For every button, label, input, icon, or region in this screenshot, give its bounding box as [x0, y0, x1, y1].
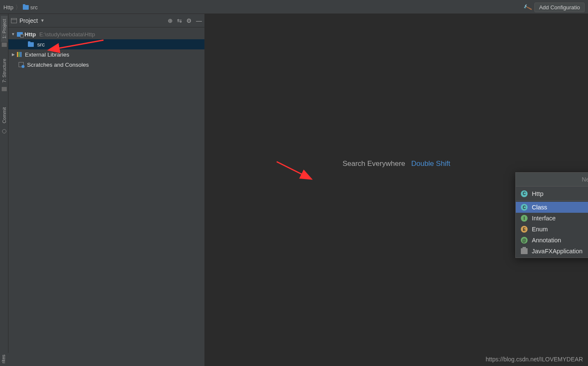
popup-item-javafxapplication[interactable]: JavaFXApplication: [516, 246, 588, 257]
tree-src-node[interactable]: src: [8, 39, 204, 49]
watermark: https://blog.csdn.net/ILOVEMYDEAR: [486, 356, 583, 363]
popup-item-label: Annotation: [532, 237, 561, 244]
popup-item-enum[interactable]: EEnum: [516, 224, 588, 235]
folder-icon: [28, 42, 34, 47]
gear-icon[interactable]: ⚙: [186, 17, 192, 24]
breadcrumb-separator: 〉: [15, 4, 21, 11]
enum-icon: E: [521, 226, 528, 233]
breadcrumb-child-label: src: [30, 4, 38, 11]
expand-icon[interactable]: ⇆: [177, 17, 182, 24]
tab-project[interactable]: 1: Project: [1, 16, 8, 42]
popup-item-label: Interface: [532, 215, 555, 222]
popup-item-label: Class: [532, 204, 547, 211]
popup-title: New Java Class: [516, 173, 588, 187]
popup-item-interface[interactable]: IInterface: [516, 213, 588, 224]
locate-icon[interactable]: ⊕: [168, 17, 173, 24]
hide-icon[interactable]: —: [196, 17, 202, 24]
popup-item-annotation[interactable]: @Annotation: [516, 235, 588, 246]
tree-scratches-label: Scratches and Consoles: [27, 62, 89, 68]
breadcrumb-root-label: Http: [3, 4, 14, 11]
module-icon: [17, 32, 23, 37]
popup-type-list: CClassIInterfaceEEnum@AnnotationJavaFXAp…: [516, 201, 588, 258]
project-panel-header: Project ▼ ⊕ ⇆ ⚙ —: [8, 14, 204, 27]
project-view-icon: [11, 18, 17, 23]
add-configuration-button[interactable]: Add Configuratio: [534, 3, 585, 12]
commit-tab-icon: [2, 129, 6, 133]
structure-tab-icon: [2, 87, 7, 91]
popup-item-label: Enum: [532, 226, 548, 233]
folder-icon: [23, 5, 29, 10]
tree-root-label: Http: [24, 31, 36, 38]
popup-item-label: JavaFXApplication: [532, 248, 583, 255]
breadcrumb-child[interactable]: src: [23, 4, 38, 11]
tree-src-label: src: [37, 41, 45, 48]
breadcrumb-bar: Http 〉 src 🔨 Add Configuratio: [0, 1, 588, 14]
breadcrumb-root[interactable]: Http: [3, 4, 14, 11]
tree-root-node[interactable]: ▼ Http E:\study\webdata\Http: [8, 29, 204, 39]
javafxapplication-icon: [521, 248, 528, 254]
chevron-down-icon[interactable]: ▼: [41, 18, 45, 23]
tree-external-libraries[interactable]: ▶ External Libraries: [8, 49, 204, 60]
chevron-right-icon: ▶: [11, 52, 15, 57]
search-hint-key: Double Shift: [411, 160, 450, 168]
popup-item-class[interactable]: CClass: [516, 202, 588, 213]
search-everywhere-hint: Search Everywhere Double Shift: [343, 160, 450, 168]
project-panel: Project ▼ ⊕ ⇆ ⚙ — ▼ Http E:\study\webdat…: [8, 14, 205, 366]
build-icon[interactable]: 🔨: [523, 3, 533, 12]
tree-extlibs-label: External Libraries: [25, 52, 69, 58]
class-name-input[interactable]: [532, 190, 588, 197]
editor-area: Search Everywhere Double Shift New Java …: [205, 14, 588, 366]
left-tool-strip: 1: Project 7: Structure Commit: [0, 14, 8, 366]
search-hint-label: Search Everywhere: [343, 160, 405, 168]
tab-commit[interactable]: Commit: [1, 104, 8, 127]
project-tree: ▼ Http E:\study\webdata\Http src ▶ Exter…: [8, 27, 204, 71]
scratches-icon: [19, 62, 24, 67]
interface-icon: I: [521, 215, 528, 222]
tree-scratches[interactable]: Scratches and Consoles: [8, 60, 204, 70]
left-strip-bottom: rites: [0, 353, 8, 366]
class-icon: C: [521, 204, 528, 211]
tab-structure[interactable]: 7: Structure: [1, 55, 8, 86]
project-tab-icon: [2, 43, 7, 47]
project-panel-title: Project: [19, 17, 38, 24]
annotation-icon: @: [521, 237, 528, 244]
popup-input-row: C: [516, 187, 588, 201]
new-java-class-popup: New Java Class C CClassIInterfaceEEnum@A…: [515, 172, 588, 258]
tree-root-path: E:\study\webdata\Http: [39, 31, 95, 38]
libraries-icon: [17, 52, 22, 57]
class-icon: C: [521, 190, 528, 197]
chevron-down-icon: ▼: [11, 32, 15, 36]
tab-favorites-partial[interactable]: rites: [0, 353, 7, 365]
